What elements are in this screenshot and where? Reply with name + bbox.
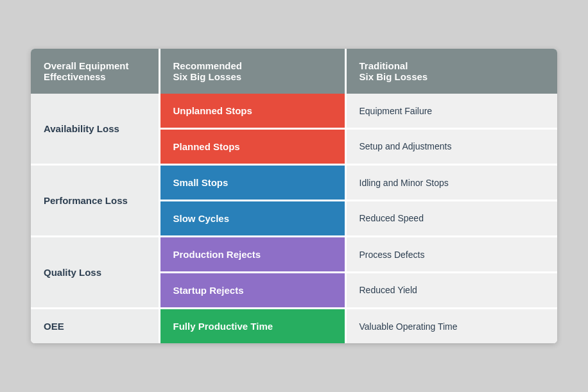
- table-row: Availability LossUnplanned StopsPlanned …: [31, 94, 557, 165]
- recommended-badge: Startup Rejects: [160, 273, 345, 307]
- recommended-badge: Small Stops: [160, 166, 345, 201]
- header-traditional: TraditionalSix Big Losses: [345, 49, 557, 94]
- traditional-label: Reduced Yield: [347, 273, 558, 307]
- traditional-label: Process Defects: [347, 238, 558, 273]
- traditional-cell: Valuable Operating Time: [345, 309, 557, 344]
- table-row: OEEFully Productive TimeValuable Operati…: [31, 309, 557, 344]
- recommended-badge: Fully Productive Time: [160, 309, 345, 343]
- recommended-cell: Production RejectsStartup Rejects: [159, 237, 345, 309]
- recommended-badge: Planned Stops: [160, 130, 345, 164]
- header-row: Overall EquipmentEffectiveness Recommend…: [31, 49, 557, 94]
- recommended-badge: Production Rejects: [160, 237, 345, 273]
- oee-category-cell: Quality Loss: [31, 237, 159, 309]
- header-oee: Overall EquipmentEffectiveness: [31, 49, 159, 94]
- oee-category-cell: Performance Loss: [31, 165, 159, 237]
- traditional-cell: Idling and Minor StopsReduced Speed: [345, 165, 557, 237]
- traditional-label: Idling and Minor Stops: [347, 166, 558, 201]
- oee-category-cell: OEE: [31, 309, 159, 344]
- traditional-label: Equipment Failure: [347, 94, 558, 130]
- table-row: Quality LossProduction RejectsStartup Re…: [31, 237, 557, 309]
- recommended-cell: Fully Productive Time: [159, 309, 345, 344]
- traditional-label: Valuable Operating Time: [347, 310, 558, 343]
- recommended-cell: Small StopsSlow Cycles: [159, 165, 345, 237]
- traditional-cell: Process DefectsReduced Yield: [345, 237, 557, 309]
- table-row: Performance LossSmall StopsSlow CyclesId…: [31, 165, 557, 237]
- main-table-container: Overall EquipmentEffectiveness Recommend…: [31, 49, 557, 343]
- traditional-label: Setup and Adjustments: [347, 130, 558, 163]
- recommended-cell: Unplanned StopsPlanned Stops: [159, 94, 345, 165]
- oee-category-cell: Availability Loss: [31, 94, 159, 165]
- traditional-label: Reduced Speed: [347, 201, 558, 235]
- header-recommended: RecommendedSix Big Losses: [159, 49, 345, 94]
- recommended-badge: Unplanned Stops: [160, 94, 345, 130]
- recommended-badge: Slow Cycles: [160, 201, 345, 235]
- traditional-cell: Equipment FailureSetup and Adjustments: [345, 94, 557, 165]
- six-big-losses-table: Overall EquipmentEffectiveness Recommend…: [31, 49, 557, 343]
